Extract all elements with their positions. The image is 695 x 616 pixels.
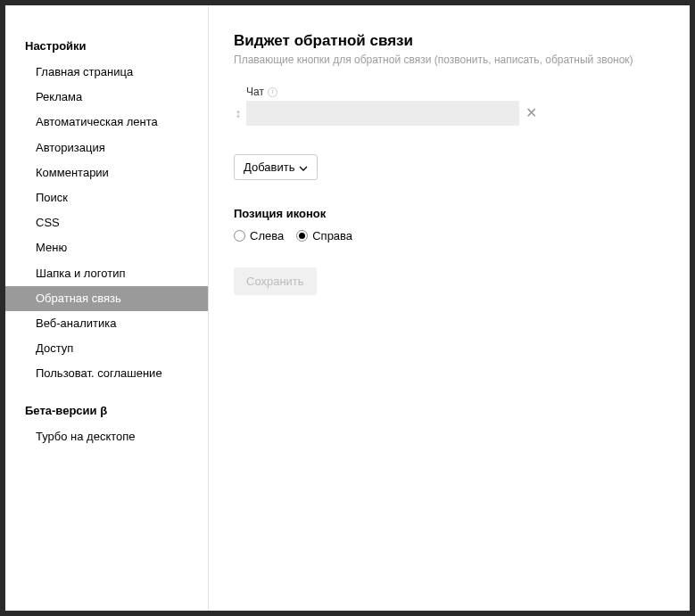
- chat-field-label: Чат: [246, 86, 264, 98]
- sidebar-item[interactable]: Веб-аналитика: [5, 311, 208, 336]
- chat-field-row: ↕ ✕: [234, 101, 665, 126]
- sidebar: Настройки Главная страницаРекламаАвтомат…: [5, 5, 209, 611]
- chat-input[interactable]: [246, 101, 519, 126]
- radio-label-left: Слева: [250, 229, 284, 242]
- sidebar-item[interactable]: Доступ: [5, 336, 208, 361]
- remove-field-button[interactable]: ✕: [523, 105, 539, 121]
- sidebar-item[interactable]: Турбо на десктопе: [5, 424, 208, 449]
- drag-handle-icon[interactable]: ↕: [234, 106, 243, 120]
- add-button-label: Добавить: [244, 160, 294, 174]
- sidebar-item[interactable]: Комментарии: [5, 160, 208, 185]
- add-button[interactable]: Добавить: [234, 154, 318, 180]
- position-radio-left[interactable]: Слева: [234, 229, 284, 242]
- sidebar-group-beta-title: Бета-версии β: [5, 397, 208, 424]
- sidebar-item[interactable]: Авторизация: [5, 136, 208, 160]
- radio-icon: [234, 230, 245, 242]
- content-area: Виджет обратной связи Плавающие кнопки д…: [209, 5, 690, 611]
- sidebar-group-settings-title: Настройки: [5, 32, 208, 60]
- close-icon: ✕: [525, 106, 537, 120]
- sidebar-item[interactable]: Автоматическая лента: [5, 110, 208, 135]
- radio-icon: [296, 230, 308, 242]
- sidebar-item[interactable]: Пользоват. соглашение: [5, 361, 208, 386]
- sidebar-item[interactable]: Шапка и логотип: [5, 261, 208, 286]
- sidebar-item[interactable]: Обратная связь: [5, 286, 208, 311]
- radio-label-right: Справа: [312, 229, 352, 242]
- field-label-row: Чат i: [246, 86, 665, 98]
- position-section-title: Позиция иконок: [234, 207, 665, 220]
- sidebar-item[interactable]: Поиск: [5, 185, 208, 210]
- sidebar-item[interactable]: CSS: [5, 210, 208, 235]
- position-radio-right[interactable]: Справа: [296, 229, 352, 242]
- page-subtitle: Плавающие кнопки для обратной связи (поз…: [234, 53, 665, 66]
- sidebar-item[interactable]: Меню: [5, 235, 208, 260]
- save-button[interactable]: Сохранить: [234, 267, 317, 295]
- sidebar-item[interactable]: Реклама: [5, 85, 208, 110]
- position-radio-group: Слева Справа: [234, 229, 665, 242]
- chevron-down-icon: [299, 160, 308, 174]
- sidebar-item[interactable]: Главная страница: [5, 60, 208, 85]
- info-icon[interactable]: i: [268, 87, 277, 97]
- app-frame: Настройки Главная страницаРекламаАвтомат…: [5, 5, 690, 611]
- page-title: Виджет обратной связи: [234, 32, 665, 50]
